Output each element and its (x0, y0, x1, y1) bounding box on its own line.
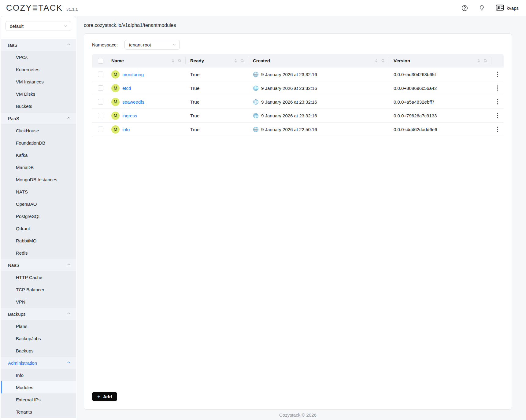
sidebar-item[interactable]: NATS (1, 186, 76, 198)
sidebar-nav: IaaS VPCs Kubernetes (1, 39, 76, 418)
user-menu[interactable]: kvaps (496, 5, 519, 12)
select-all-checkbox[interactable] (98, 58, 103, 64)
sidebar-item[interactable]: MongoDB Instances (1, 173, 76, 186)
created-value: 9 January 2026 at 23:32:16 (261, 113, 317, 118)
column-header-created: Created (248, 54, 389, 68)
sidebar-item[interactable]: ClickHouse (1, 124, 76, 137)
module-name-link[interactable]: etcd (122, 86, 131, 91)
namespace-select-value: tenant-root (129, 42, 151, 47)
chevron-up-icon (67, 360, 71, 366)
sidebar-item[interactable]: PostgreSQL (1, 210, 76, 222)
row-checkbox[interactable] (98, 72, 103, 77)
sidebar-item[interactable]: VPCs (1, 51, 76, 63)
sidebar-section: PaaS ClickHouse FoundationDB (1, 112, 76, 259)
sidebar-section-header[interactable]: NaaS (1, 259, 76, 271)
globe-icon (253, 127, 259, 132)
column-search-icon[interactable] (381, 59, 385, 63)
breadcrumb: core.cozystack.io/v1alpha1/tenantmodules (84, 16, 512, 28)
sidebar-section-header[interactable]: PaaS (1, 112, 76, 124)
sidebar-section-label: IaaS (8, 42, 17, 48)
kebab-menu-icon[interactable] (495, 112, 500, 120)
ready-value: True (186, 113, 248, 118)
sidebar-section: NaaS HTTP Cache TCP Balancer (1, 259, 76, 308)
ready-value: True (186, 127, 248, 132)
sidebar-item[interactable]: Modules (1, 381, 76, 393)
created-value: 9 January 2026 at 23:32:16 (261, 72, 317, 77)
sidebar-section-header[interactable]: Backups (1, 308, 76, 320)
sort-icon[interactable] (375, 59, 378, 63)
chevron-up-icon (67, 311, 71, 317)
sidebar-section-header[interactable]: Administration (1, 357, 76, 369)
row-checkbox[interactable] (98, 113, 103, 118)
sidebar-item[interactable]: FoundationDB (1, 137, 76, 149)
sidebar-item[interactable]: Plans (1, 320, 76, 332)
sidebar-item-label: Info (16, 373, 24, 378)
sidebar-section-items: ClickHouse FoundationDB Kafka MariaDB (1, 124, 76, 259)
row-checkbox[interactable] (98, 99, 103, 105)
module-name-link[interactable]: ingress (122, 113, 137, 118)
sidebar-item[interactable]: Kubernetes (1, 63, 76, 76)
sort-icon[interactable] (171, 59, 175, 63)
table-header-row: Name Ready Created (92, 54, 504, 68)
sidebar: default IaaS VPCs (1, 16, 76, 420)
sidebar-item[interactable]: TCP Balancer (1, 283, 76, 296)
row-checkbox[interactable] (98, 127, 103, 132)
sort-icon[interactable] (477, 59, 480, 63)
sidebar-item-label: Modules (16, 385, 33, 390)
sidebar-item-label: VM Disks (16, 91, 35, 97)
column-search-icon[interactable] (483, 59, 487, 63)
app-version: v1.1.1 (66, 7, 78, 12)
table-row: M ingress True (92, 109, 504, 123)
namespace-label: Namespace: (92, 42, 118, 47)
kebab-menu-icon[interactable] (495, 84, 500, 92)
module-name-link[interactable]: monitoring (122, 72, 144, 77)
sidebar-item[interactable]: OpenBAO (1, 198, 76, 210)
sidebar-item[interactable]: Qdrant (1, 222, 76, 234)
kebab-menu-icon[interactable] (495, 70, 500, 78)
sidebar-item-label: MongoDB Instances (16, 177, 57, 182)
globe-icon (253, 85, 259, 91)
sort-icon[interactable] (234, 59, 237, 63)
sidebar-item[interactable]: Tenants (1, 406, 76, 418)
sidebar-item-label: Tenants (16, 409, 32, 414)
sidebar-section-header[interactable]: IaaS (1, 39, 76, 51)
column-header-ready: Ready (186, 54, 248, 68)
cluster-select[interactable]: default (6, 21, 71, 31)
sidebar-item[interactable]: Backups (1, 344, 76, 357)
sidebar-section-label: Administration (8, 360, 37, 366)
kebab-menu-icon[interactable] (495, 98, 500, 106)
sidebar-item-label: VPCs (16, 55, 28, 60)
sidebar-item[interactable]: Buckets (1, 100, 76, 112)
module-name-link[interactable]: info (122, 127, 130, 132)
column-search-icon[interactable] (178, 59, 182, 63)
add-button[interactable]: + Add (92, 392, 117, 401)
version-value: 0.0.0+5d304263b65f (389, 72, 491, 77)
namespace-select[interactable]: tenant-root (124, 40, 180, 50)
module-name-link[interactable]: seaweedfs (122, 99, 144, 105)
row-checkbox[interactable] (98, 85, 103, 91)
sidebar-section: Administration Info Modules (1, 357, 76, 418)
sidebar-item[interactable]: HTTP Cache (1, 271, 76, 283)
header-actions: kvaps (461, 5, 519, 12)
sidebar-item[interactable]: VM Instances (1, 76, 76, 88)
kebab-menu-icon[interactable] (495, 125, 500, 133)
sidebar-item[interactable]: BackupJobs (1, 332, 76, 344)
sidebar-item[interactable]: External IPs (1, 393, 76, 406)
sidebar-item[interactable]: VM Disks (1, 88, 76, 100)
logo-left: COZY (6, 3, 32, 13)
lightbulb-icon[interactable] (479, 5, 485, 11)
globe-icon (253, 99, 259, 105)
logo-right: TACK (38, 3, 63, 13)
sidebar-item[interactable]: RabbitMQ (1, 234, 76, 247)
sidebar-item[interactable]: Redis (1, 247, 76, 259)
namespace-row: Namespace: tenant-root (92, 40, 504, 50)
sidebar-item[interactable]: MariaDB (1, 161, 76, 173)
sidebar-item[interactable]: Kafka (1, 149, 76, 161)
sidebar-item[interactable]: Info (1, 369, 76, 381)
sidebar-item[interactable]: VPN (1, 296, 76, 308)
table-row: M monitoring True (92, 68, 504, 81)
help-icon[interactable] (461, 5, 468, 11)
column-search-icon[interactable] (240, 59, 244, 63)
sidebar-item-label: ClickHouse (16, 128, 39, 133)
version-value: 0.0.0+79626a7c9133 (389, 113, 491, 118)
